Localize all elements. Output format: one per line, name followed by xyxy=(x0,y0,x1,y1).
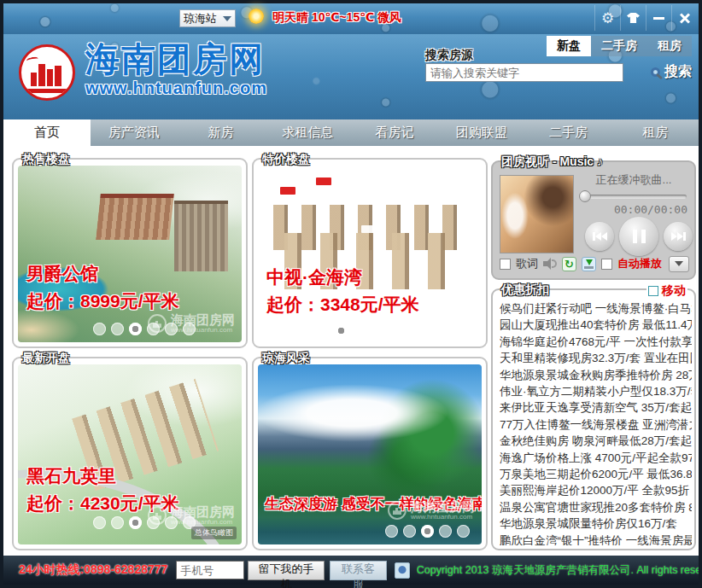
scenery-slide[interactable]: 生态深度游 感受不一样的绿色海南 海南团房网www.hntuanfun.com xyxy=(258,364,482,544)
hotline-label: 24小时热线: xyxy=(19,562,84,576)
footer: 24小时热线:0898-62828777 留下我的手机 联系客服 Copyrig… xyxy=(3,556,699,585)
nav-item[interactable]: 二手房 xyxy=(525,119,612,146)
skin-button[interactable] xyxy=(620,5,646,31)
watermark-url: www.hntuanfun.com xyxy=(171,518,235,526)
deal-item-link[interactable]: 来伊比亚天逸享受清新空气 35万/套起 xyxy=(500,399,692,416)
search-button-label: 搜索 xyxy=(664,63,692,81)
tower-label-chip xyxy=(334,194,349,201)
search-button[interactable]: 搜索 xyxy=(651,63,692,81)
volume-icon[interactable] xyxy=(543,258,557,270)
watermark-brand: 海南团房网 xyxy=(171,313,235,326)
logo-icon xyxy=(19,44,75,101)
leave-phone-button[interactable]: 留下我的手机 xyxy=(248,561,324,580)
nav-item-label: 新房 xyxy=(208,125,233,141)
expand-button[interactable] xyxy=(669,256,689,272)
move-checkbox[interactable] xyxy=(648,286,658,296)
nav-item[interactable]: 首页 xyxy=(3,119,91,146)
phone-input[interactable] xyxy=(176,561,244,579)
slider-knob[interactable] xyxy=(579,190,591,202)
next-track-button[interactable] xyxy=(664,222,693,251)
watermark-url: www.hntuanfun.com xyxy=(411,513,475,521)
search-tab[interactable]: 二手房 xyxy=(591,36,647,56)
search-label: 搜索房源 xyxy=(425,48,473,63)
deal-item-link[interactable]: 万泉美地三期起价6200元/平 最低36.8万/套 xyxy=(500,466,692,482)
move-label[interactable]: 移动 xyxy=(662,283,686,299)
deal-item-link[interactable]: 天和里精装修现房32.3万/套 置业在田园城市 xyxy=(500,350,692,366)
watermark-logo-icon xyxy=(148,506,167,525)
minimize-button[interactable] xyxy=(646,5,671,31)
progress-slider[interactable] xyxy=(581,195,687,199)
slide-dot[interactable] xyxy=(111,516,124,529)
slide-dot[interactable] xyxy=(371,324,383,337)
refresh-icon[interactable]: ↻ xyxy=(562,257,576,271)
deal-item-link[interactable]: 华地源泉景城金秋购房季推特价房 28万/套 xyxy=(500,367,692,383)
slide-dot[interactable] xyxy=(93,323,106,335)
slide-dot[interactable] xyxy=(129,516,142,529)
building-shape xyxy=(174,201,228,271)
deal-item-link[interactable]: 伟业·氧立方二期精装小户型仅18.3万/套 xyxy=(500,383,692,399)
chat-service-icon[interactable] xyxy=(395,562,410,579)
nav-item[interactable]: 房产资讯 xyxy=(91,119,178,146)
deal-item-link[interactable]: 鹏欣白金湾“银十”推特价 一线海景房最低 xyxy=(500,533,692,545)
tower-label-chip xyxy=(432,190,448,198)
search-tab[interactable]: 租房 xyxy=(647,36,692,56)
deal-item-link[interactable]: 海逸广场价格上涨 4700元/平起全款97折 xyxy=(500,450,692,466)
site-logo[interactable]: 海南团房网 www.hntuanfun.com xyxy=(19,39,267,101)
search-input[interactable] xyxy=(425,63,623,82)
hot-property-slide[interactable]: 男爵公馆 起价：8999元/平米 海南团房网www.hntuanfun.com xyxy=(18,166,242,342)
nav-item[interactable]: 求租信息 xyxy=(264,119,351,146)
previous-track-button[interactable] xyxy=(585,222,614,251)
newest-property-slide[interactable]: 黑石九英里 起价：4230元/平米 海南团房网www.hntuanfun.com… xyxy=(18,364,242,544)
corner-label: 总体鸟瞰图 xyxy=(191,527,237,539)
slide-dot[interactable] xyxy=(403,525,416,538)
slide-dot[interactable] xyxy=(439,525,452,538)
deal-item-link[interactable]: 温泉公寓官塘世家现推20多套特价房 8700元 xyxy=(500,499,692,515)
search-tab[interactable]: 新盘 xyxy=(547,36,591,56)
deal-item-link[interactable]: 候鸟们赶紧行动吧 一线海景博鳌·白马郡仅 xyxy=(500,300,692,317)
nav-item[interactable]: 新房 xyxy=(178,119,265,146)
slide-dot[interactable] xyxy=(93,516,106,529)
station-select[interactable]: 琼海站 xyxy=(179,9,236,27)
autoplay-checkbox[interactable] xyxy=(601,259,612,270)
contact-service-button[interactable]: 联系客服 xyxy=(330,561,388,580)
hotline: 24小时热线:0898-62828777 xyxy=(19,562,167,578)
lyrics-checkbox[interactable] xyxy=(500,259,511,270)
settings-button[interactable]: ⚙ xyxy=(594,5,620,31)
nav-item[interactable]: 看房记 xyxy=(351,119,438,146)
nav-item-label: 求租信息 xyxy=(282,125,333,141)
gear-icon: ⚙ xyxy=(601,9,614,26)
panel-scenery: 琼海风采 生态深度游 感受不一样的绿色海南 海南团房网www.hntuanfun… xyxy=(252,357,488,550)
slide-dot[interactable] xyxy=(111,323,124,335)
next-icon xyxy=(671,232,677,241)
slide-dot[interactable] xyxy=(335,324,348,337)
watermark-brand: 海南团房网 xyxy=(171,505,235,518)
deal-item-link[interactable]: 金秋绝佳购房 吻泉河畔最低28万/套起 xyxy=(500,433,692,449)
deal-item-link[interactable]: 华地源泉景城限量特价房仅16万/套 xyxy=(500,515,692,532)
slide-dot[interactable] xyxy=(353,324,366,337)
slide-dot[interactable] xyxy=(129,323,142,335)
close-button[interactable] xyxy=(671,5,697,31)
slide-dot[interactable] xyxy=(385,525,398,538)
deal-item-link[interactable]: 美丽熙海岸起价12000万/平 全款95折 xyxy=(500,482,692,498)
site-url: www.hntuanfun.com xyxy=(85,79,267,98)
panel-special-price: 特价楼盘 中视·金海湾 起价：3348元/平米 海南团房网www.hntuanf… xyxy=(252,158,488,348)
deal-item-link[interactable]: 77万入住博鳌一线海景楼盘 亚洲湾潜力无限 xyxy=(500,416,692,433)
nav-item-label: 团购联盟 xyxy=(456,125,507,141)
slide-dot[interactable] xyxy=(299,324,312,337)
download-icon[interactable] xyxy=(582,257,596,271)
skyline-icon xyxy=(29,61,67,86)
slide-dot[interactable] xyxy=(457,525,470,538)
deal-item-link[interactable]: 园山大厦现推出40套特价房 最低11.4万/套 xyxy=(500,317,692,333)
slide-dot[interactable] xyxy=(317,324,330,337)
deal-item-link[interactable]: 海锦华庭起价4768元/平 一次性付款享96折 xyxy=(500,334,692,350)
nav-item-label: 房产资讯 xyxy=(108,125,160,141)
special-property-slide[interactable]: 中视·金海湾 起价：3348元/平米 海南团房网www.hntuanfun.co… xyxy=(258,166,482,342)
deals-list: 候鸟们赶紧行动吧 一线海景博鳌·白马郡仅园山大厦现推出40套特价房 最低11.4… xyxy=(500,300,692,545)
nav-item[interactable]: 租房 xyxy=(611,119,699,146)
panel-hot-title: 热售楼盘 xyxy=(20,152,72,166)
building-shape xyxy=(96,194,174,240)
nav-item[interactable]: 团购联盟 xyxy=(438,119,525,146)
slide-dot[interactable] xyxy=(421,525,434,538)
nav-item-label: 二手房 xyxy=(549,125,588,141)
pause-button[interactable] xyxy=(619,217,658,256)
